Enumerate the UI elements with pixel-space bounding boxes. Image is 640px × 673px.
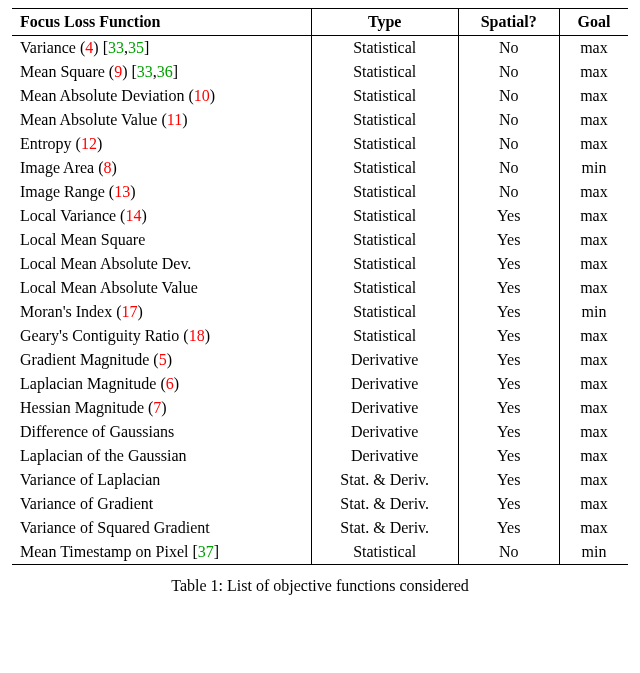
equation-ref[interactable]: 8 [104, 159, 112, 176]
table-row: Mean Absolute Deviation (10)StatisticalN… [12, 84, 628, 108]
equation-ref[interactable]: 12 [81, 135, 97, 152]
cell-goal: max [559, 36, 628, 61]
cell-goal: max [559, 420, 628, 444]
cell-type: Derivative [311, 444, 458, 468]
cell-spatial: No [458, 84, 559, 108]
citation-ref[interactable]: 37 [198, 543, 214, 560]
function-name: Image Area [20, 159, 94, 176]
function-name: Laplacian Magnitude [20, 375, 156, 392]
cell-goal: max [559, 60, 628, 84]
cell-type: Stat. & Deriv. [311, 492, 458, 516]
equation-ref[interactable]: 14 [125, 207, 141, 224]
caption-prefix: Table 1: [171, 577, 227, 594]
table-row: Laplacian Magnitude (6)DerivativeYesmax [12, 372, 628, 396]
function-name: Local Variance [20, 207, 116, 224]
cell-function: Laplacian of the Gaussian [12, 444, 311, 468]
cell-spatial: Yes [458, 252, 559, 276]
citation-ref[interactable]: 35 [128, 39, 144, 56]
table-row: Local Mean Absolute Dev.StatisticalYesma… [12, 252, 628, 276]
cell-spatial: Yes [458, 444, 559, 468]
cell-spatial: Yes [458, 228, 559, 252]
cell-function: Difference of Gaussians [12, 420, 311, 444]
equation-ref[interactable]: 10 [194, 87, 210, 104]
table-caption: Table 1: List of objective functions con… [12, 577, 628, 595]
cell-goal: max [559, 348, 628, 372]
function-name: Local Mean Absolute Dev. [20, 255, 191, 272]
equation-ref[interactable]: 6 [166, 375, 174, 392]
equation-ref[interactable]: 5 [159, 351, 167, 368]
cell-type: Statistical [311, 132, 458, 156]
function-name: Entropy [20, 135, 72, 152]
cell-spatial: No [458, 60, 559, 84]
cell-type: Statistical [311, 60, 458, 84]
cell-type: Derivative [311, 372, 458, 396]
table-row: Geary's Contiguity Ratio (18)Statistical… [12, 324, 628, 348]
cell-goal: max [559, 84, 628, 108]
table-row: Difference of GaussiansDerivativeYesmax [12, 420, 628, 444]
table-row: Mean Absolute Value (11)StatisticalNomax [12, 108, 628, 132]
cell-goal: max [559, 204, 628, 228]
table-row: Mean Timestamp on Pixel [37]StatisticalN… [12, 540, 628, 565]
cell-spatial: No [458, 108, 559, 132]
equation-ref[interactable]: 4 [85, 39, 93, 56]
cell-function: Variance of Squared Gradient [12, 516, 311, 540]
function-name: Variance of Gradient [20, 495, 153, 512]
function-name: Variance of Squared Gradient [20, 519, 210, 536]
equation-ref[interactable]: 17 [122, 303, 138, 320]
cell-spatial: Yes [458, 324, 559, 348]
cell-spatial: No [458, 36, 559, 61]
table-row: Laplacian of the GaussianDerivativeYesma… [12, 444, 628, 468]
table-header-row: Focus Loss Function Type Spatial? Goal [12, 9, 628, 36]
cell-function: Hessian Magnitude (7) [12, 396, 311, 420]
function-name: Laplacian of the Gaussian [20, 447, 187, 464]
table-row: Local Mean Absolute ValueStatisticalYesm… [12, 276, 628, 300]
function-name: Local Mean Square [20, 231, 145, 248]
table-row: Image Range (13)StatisticalNomax [12, 180, 628, 204]
cell-goal: max [559, 180, 628, 204]
cell-goal: min [559, 300, 628, 324]
cell-spatial: Yes [458, 276, 559, 300]
cell-goal: max [559, 468, 628, 492]
cell-function: Mean Absolute Value (11) [12, 108, 311, 132]
cell-type: Derivative [311, 420, 458, 444]
col-header-spatial: Spatial? [458, 9, 559, 36]
equation-ref[interactable]: 11 [167, 111, 182, 128]
cell-function: Variance (4) [33,35] [12, 36, 311, 61]
equation-ref[interactable]: 13 [114, 183, 130, 200]
function-name: Hessian Magnitude [20, 399, 144, 416]
function-name: Moran's Index [20, 303, 112, 320]
cell-goal: max [559, 108, 628, 132]
function-name: Image Range [20, 183, 105, 200]
cell-function: Variance of Laplacian [12, 468, 311, 492]
col-header-goal: Goal [559, 9, 628, 36]
cell-type: Statistical [311, 252, 458, 276]
cell-goal: max [559, 372, 628, 396]
cell-function: Mean Absolute Deviation (10) [12, 84, 311, 108]
cell-type: Statistical [311, 540, 458, 565]
cell-function: Local Mean Absolute Value [12, 276, 311, 300]
cell-goal: max [559, 252, 628, 276]
equation-ref[interactable]: 7 [153, 399, 161, 416]
function-name: Local Mean Absolute Value [20, 279, 198, 296]
cell-spatial: Yes [458, 372, 559, 396]
cell-goal: max [559, 228, 628, 252]
cell-function: Image Range (13) [12, 180, 311, 204]
citation-ref[interactable]: 33 [108, 39, 124, 56]
table-row: Variance (4) [33,35]StatisticalNomax [12, 36, 628, 61]
cell-function: Entropy (12) [12, 132, 311, 156]
cell-type: Statistical [311, 108, 458, 132]
cell-goal: max [559, 516, 628, 540]
cell-type: Statistical [311, 204, 458, 228]
function-name: Difference of Gaussians [20, 423, 174, 440]
cell-goal: max [559, 132, 628, 156]
table-row: Gradient Magnitude (5)DerivativeYesmax [12, 348, 628, 372]
cell-spatial: No [458, 156, 559, 180]
equation-ref[interactable]: 9 [114, 63, 122, 80]
equation-ref[interactable]: 18 [189, 327, 205, 344]
cell-spatial: Yes [458, 300, 559, 324]
citation-ref[interactable]: 36 [157, 63, 173, 80]
cell-spatial: No [458, 180, 559, 204]
citation-ref[interactable]: 33 [137, 63, 153, 80]
cell-type: Statistical [311, 228, 458, 252]
function-name: Mean Absolute Value [20, 111, 157, 128]
